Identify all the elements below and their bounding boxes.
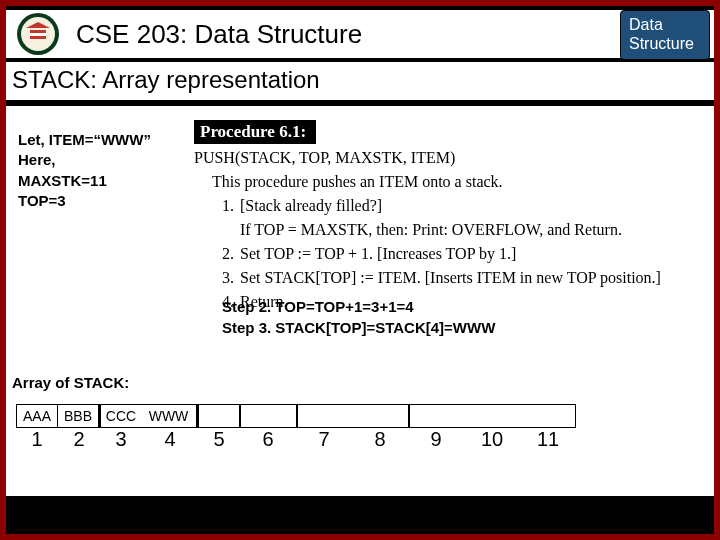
svg-rect-3 bbox=[30, 33, 46, 36]
procedure-step: Set STACK[TOP] := ITEM. [Inserts ITEM in… bbox=[238, 266, 694, 290]
step-line: Step 3. STACK[TOP]=STACK[4]=WWW bbox=[222, 317, 495, 338]
array-cell bbox=[298, 404, 354, 428]
procedure-title: Procedure 6.1: bbox=[194, 120, 316, 144]
badge-line2: Structure bbox=[629, 34, 701, 53]
array-cell: AAA bbox=[16, 404, 58, 428]
note-line: Here, bbox=[18, 150, 151, 170]
svg-rect-4 bbox=[30, 36, 46, 39]
stack-indices: 1 2 3 4 5 6 7 8 9 10 11 bbox=[16, 428, 576, 451]
array-index: 2 bbox=[58, 428, 100, 451]
array-index: 5 bbox=[198, 428, 240, 451]
note-line: Let, ITEM=“WWW” bbox=[18, 130, 151, 150]
svg-rect-2 bbox=[30, 30, 46, 33]
step-line: Step 2. TOP=TOP+1=3+1=4 bbox=[222, 296, 495, 317]
array-cell: CCC bbox=[100, 404, 142, 428]
stack-array: AAA BBB CCC WWW bbox=[16, 404, 576, 428]
header-bar: CSE 203: Data Structure bbox=[6, 10, 714, 58]
topic-badge: Data Structure bbox=[620, 10, 710, 60]
array-index: 3 bbox=[100, 428, 142, 451]
course-title: CSE 203: Data Structure bbox=[76, 19, 362, 50]
procedure-step-text: If TOP = MAXSTK, then: Print: OVERFLOW, … bbox=[240, 221, 622, 238]
procedure-step-text: [Stack already filled?] bbox=[240, 197, 382, 214]
procedure-step: Set TOP := TOP + 1. [Increases TOP by 1.… bbox=[238, 242, 694, 266]
procedure-step: [Stack already filled?] If TOP = MAXSTK,… bbox=[238, 194, 694, 242]
badge-line1: Data bbox=[629, 15, 701, 34]
worked-steps: Step 2. TOP=TOP+1=3+1=4 Step 3. STACK[TO… bbox=[222, 296, 495, 338]
procedure-block: Procedure 6.1: PUSH(STACK, TOP, MAXSTK, … bbox=[194, 120, 694, 314]
array-cell bbox=[520, 404, 576, 428]
array-index: 6 bbox=[240, 428, 296, 451]
array-cell bbox=[353, 404, 409, 428]
array-index: 4 bbox=[142, 428, 198, 451]
array-index: 7 bbox=[296, 428, 352, 451]
array-index: 10 bbox=[464, 428, 520, 451]
array-index: 9 bbox=[408, 428, 464, 451]
note-line: TOP=3 bbox=[18, 191, 151, 211]
array-cell bbox=[241, 404, 297, 428]
array-cell: WWW bbox=[141, 404, 197, 428]
university-logo-icon bbox=[10, 10, 66, 58]
array-label: Array of STACK: bbox=[12, 374, 129, 391]
array-cell bbox=[465, 404, 521, 428]
array-cell bbox=[410, 404, 466, 428]
array-cell bbox=[198, 404, 240, 428]
array-index: 8 bbox=[352, 428, 408, 451]
slide-subtitle: STACK: Array representation bbox=[6, 62, 714, 100]
array-cell: BBB bbox=[57, 404, 99, 428]
procedure-description: This procedure pushes an ITEM onto a sta… bbox=[212, 170, 694, 194]
example-notes: Let, ITEM=“WWW” Here, MAXSTK=11 TOP=3 bbox=[18, 130, 151, 211]
array-index: 11 bbox=[520, 428, 576, 451]
procedure-signature: PUSH(STACK, TOP, MAXSTK, ITEM) bbox=[194, 146, 694, 170]
note-line: MAXSTK=11 bbox=[18, 171, 151, 191]
content-area: Let, ITEM=“WWW” Here, MAXSTK=11 TOP=3 Pr… bbox=[6, 106, 714, 496]
array-index: 1 bbox=[16, 428, 58, 451]
